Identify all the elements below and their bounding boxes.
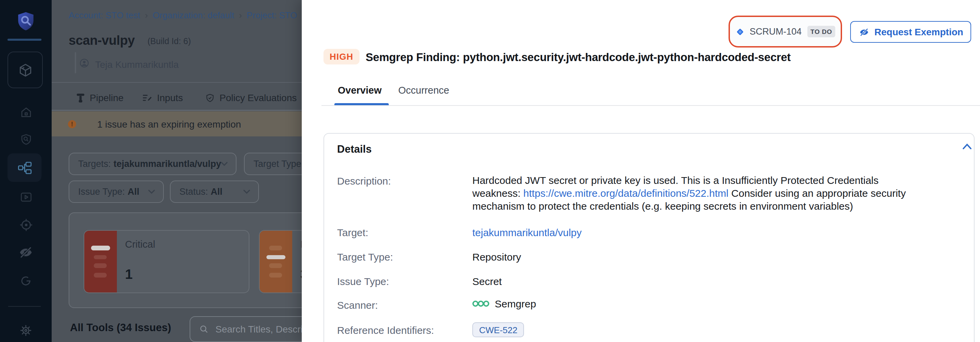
power-gauge-icon xyxy=(19,274,33,288)
details-heading: Details xyxy=(337,143,372,155)
jira-ticket-annotation-highlight: SCRUM-104 TO DO xyxy=(729,16,842,48)
sidebar-item-home[interactable] xyxy=(9,100,43,124)
tab-pipeline[interactable]: Pipeline xyxy=(76,92,124,103)
sidebar-item-targets[interactable] xyxy=(9,213,43,236)
reference-identifier-chip-wrap: CWE-522 xyxy=(473,322,524,337)
breadcrumb-organization[interactable]: Organization: default xyxy=(153,10,234,21)
all-tools-heading: All Tools (34 Issues) xyxy=(70,321,171,334)
chevron-up-icon xyxy=(963,143,972,150)
tab-policy-evaluations-label: Policy Evaluations xyxy=(220,92,297,103)
severity-bar xyxy=(94,273,107,277)
severity-bar xyxy=(94,263,107,268)
critical-severity-strip xyxy=(84,231,117,293)
issue-title: Semgrep Finding: python.jwt.security.jwt… xyxy=(366,51,791,64)
warning-banner-message: 1 issue has an expiring exemption xyxy=(97,119,241,129)
chevron-down-icon xyxy=(221,162,228,166)
jira-ticket-chip[interactable]: SCRUM-104 xyxy=(736,27,802,36)
inputs-tab-icon xyxy=(142,93,152,103)
shield-search-logo-icon xyxy=(16,11,36,31)
pipeline-flow-icon xyxy=(18,160,32,175)
issue-type-label: Issue Type: xyxy=(337,276,389,287)
severity-bar xyxy=(269,273,282,277)
policy-shield-icon xyxy=(205,93,215,103)
request-exemption-button[interactable]: Request Exemption xyxy=(850,21,971,43)
filter-issue-type-dropdown[interactable]: Issue Type: All xyxy=(68,180,164,203)
filter-status-dropdown[interactable]: Status: All xyxy=(170,180,259,203)
filter-issue-type-label: Issue Type: xyxy=(78,187,125,197)
breadcrumb-separator: › xyxy=(145,10,148,21)
severity-card-critical[interactable]: Critical 1 xyxy=(84,230,250,293)
semgrep-logo-icon xyxy=(473,299,489,308)
description-label: Description: xyxy=(337,175,391,187)
gear-icon xyxy=(19,324,33,337)
sto-module-logo[interactable] xyxy=(16,11,36,31)
severity-card-count: 1 xyxy=(125,267,132,282)
app-root: Account: STO test › Organization: defaul… xyxy=(0,0,980,342)
sidebar-item-get-started[interactable] xyxy=(9,269,43,293)
issue-detail-drawer: SCRUM-104 TO DO Request Exemption HIGH S… xyxy=(302,0,980,342)
eye-off-icon xyxy=(858,27,870,37)
active-tab-underline xyxy=(334,103,389,105)
shield-scan-icon xyxy=(19,133,32,146)
warning-circle-icon: ! xyxy=(68,120,76,128)
reference-identifiers-label: Reference Identifiers: xyxy=(337,325,434,336)
search-icon xyxy=(199,325,208,334)
home-icon xyxy=(19,106,32,119)
target-type-value: Repository xyxy=(473,251,521,263)
cwe-definition-link[interactable]: https://cwe.mitre.org/data/definitions/5… xyxy=(523,187,729,199)
chevron-down-icon xyxy=(148,189,155,194)
scanner-value: Semgrep xyxy=(473,298,536,309)
severity-bar xyxy=(91,245,110,250)
severity-card-label: Critical xyxy=(125,239,155,250)
sidebar-item-exemptions[interactable] xyxy=(9,241,43,264)
tab-inputs[interactable]: Inputs xyxy=(142,92,183,103)
filter-targets-dropdown[interactable]: Targets: tejakummarikuntla/vulpy xyxy=(68,153,237,175)
sidebar-divider xyxy=(8,39,41,41)
header-vertical-divider xyxy=(75,52,76,73)
sidebar-item-settings[interactable] xyxy=(9,319,43,342)
tab-policy-evaluations[interactable]: Policy Evaluations xyxy=(205,92,297,103)
severity-bar xyxy=(94,255,107,259)
filter-issue-type-value: All xyxy=(128,187,140,197)
breadcrumb: Account: STO test › Organization: defaul… xyxy=(68,10,297,21)
target-crosshair-icon xyxy=(19,217,33,232)
eye-off-icon xyxy=(18,245,33,260)
details-card xyxy=(323,133,975,342)
tab-occurrence[interactable]: Occurrence xyxy=(398,85,449,96)
scanner-name: Semgrep xyxy=(495,298,536,309)
filter-targets-label: Targets: xyxy=(78,159,111,169)
filter-target-type-label: Target Type: xyxy=(253,159,304,169)
jira-ticket-key: SCRUM-104 xyxy=(749,27,802,36)
page-title: scan-vulpy xyxy=(68,33,135,48)
scanner-label: Scanner: xyxy=(337,299,378,311)
issue-type-value: Secret xyxy=(473,276,502,287)
jira-diamond-icon xyxy=(736,27,744,36)
request-exemption-label: Request Exemption xyxy=(874,27,963,37)
target-value-link[interactable]: tejakummarikuntla/vulpy xyxy=(473,226,582,238)
filter-status-value: All xyxy=(211,187,223,197)
sidebar-item-executions[interactable] xyxy=(9,185,43,208)
sidebar-item-pipelines-active[interactable] xyxy=(8,154,41,182)
target-label: Target: xyxy=(337,226,368,238)
pipeline-tab-icon xyxy=(76,93,85,103)
chevron-down-icon xyxy=(243,189,250,194)
breadcrumb-project[interactable]: Project: STO xyxy=(247,10,297,21)
severity-bar xyxy=(266,255,285,259)
filter-status-label: Status: xyxy=(180,187,208,197)
tabs-divider xyxy=(321,105,980,106)
target-type-label: Target Type: xyxy=(337,251,393,263)
sidebar-divider-bottom xyxy=(8,306,41,307)
severity-high-badge: HIGH xyxy=(323,49,360,65)
jira-status-badge: TO DO xyxy=(807,26,835,37)
description-value: Hardcoded JWT secret or private key is u… xyxy=(473,174,915,212)
high-severity-strip xyxy=(259,231,292,293)
sidebar-item-scans[interactable] xyxy=(9,128,43,150)
severity-bar xyxy=(269,245,282,250)
collapse-section-button[interactable] xyxy=(963,143,972,150)
severity-bar xyxy=(269,263,282,268)
sidebar-module-selector[interactable] xyxy=(8,52,43,88)
tab-overview[interactable]: Overview xyxy=(338,85,382,96)
build-id-label: (Build Id: 6) xyxy=(148,36,191,46)
breadcrumb-account[interactable]: Account: STO test xyxy=(68,10,140,21)
cwe-522-chip[interactable]: CWE-522 xyxy=(473,322,524,337)
